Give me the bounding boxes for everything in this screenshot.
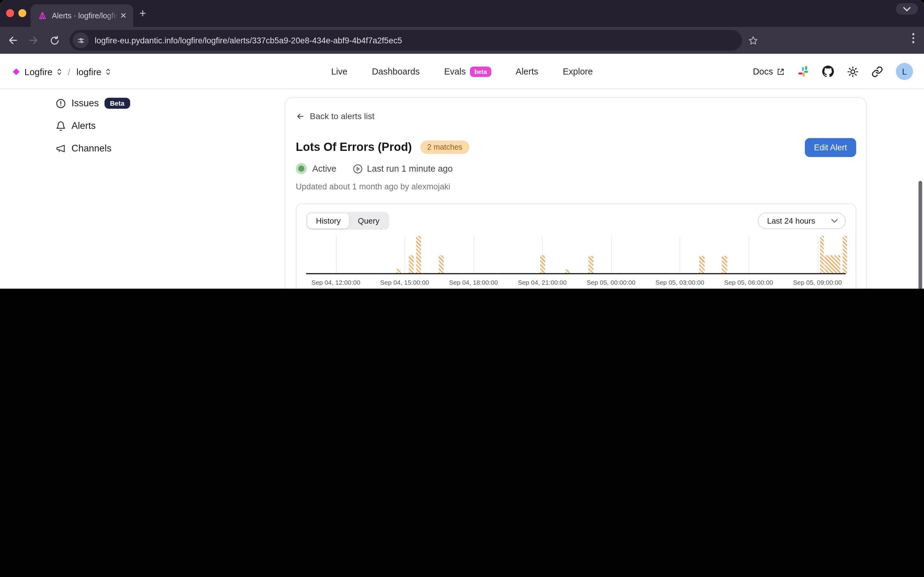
chart-tick-label: Sep 04, 18:00:00 — [449, 279, 498, 286]
breadcrumb-separator: / — [68, 66, 70, 77]
docs-label: Docs — [753, 66, 773, 76]
site-settings-icon[interactable] — [73, 32, 89, 48]
sidebar-item-channels[interactable]: Channels — [56, 140, 239, 156]
tab-search-button[interactable] — [896, 3, 918, 15]
chart-tick-label: Sep 04, 15:00:00 — [380, 279, 429, 286]
browser-reload-button[interactable] — [47, 32, 62, 48]
chart-gridline — [336, 236, 336, 273]
chart-tick-label: Sep 04, 21:00:00 — [518, 279, 567, 286]
alert-status-row: Active Last run 1 minute ago — [296, 163, 856, 175]
range-select-value: Last 24 hours — [767, 216, 815, 226]
browser-menu-icon[interactable] — [912, 33, 914, 43]
app-header: Logfire / logfire LiveDashboardsEvalsbet… — [0, 54, 924, 89]
chart-bar[interactable] — [589, 256, 593, 273]
external-link-icon — [777, 68, 785, 76]
alert-title-row: Lots Of Errors (Prod) 2 matches Edit Ale… — [296, 138, 856, 156]
sidebar-item-label: Issues — [71, 98, 99, 109]
active-status-icon — [296, 163, 307, 174]
nav-item-label: Dashboards — [372, 66, 419, 76]
chart-tick-label: Sep 05, 03:00:00 — [655, 279, 704, 286]
tab-query[interactable]: Query — [349, 213, 388, 229]
sidebar-item-label: Channels — [71, 143, 111, 154]
chart-bar[interactable] — [565, 269, 569, 273]
history-chart-card: HistoryQuery Last 24 hours Sep 04, 12:00… — [296, 203, 856, 288]
tab-close-icon[interactable]: ✕ — [119, 11, 128, 21]
chart-bar[interactable] — [540, 255, 545, 273]
chart-gridline — [611, 236, 612, 273]
bookmark-star-icon[interactable] — [748, 35, 758, 45]
chart-bar[interactable] — [842, 236, 847, 273]
chart-tick-label: Sep 05, 09:00:00 — [793, 279, 842, 286]
nav-item-evals[interactable]: Evalsbeta — [444, 66, 491, 77]
chart-bar[interactable] — [699, 256, 705, 273]
header-actions: Docs L — [753, 54, 913, 89]
nav-item-label: Live — [331, 66, 347, 76]
project-switcher[interactable]: logfire — [76, 66, 102, 77]
sidebar-item-alerts[interactable]: Alerts — [56, 118, 239, 134]
last-run: Last run 1 minute ago — [352, 163, 453, 174]
org-switcher[interactable]: Logfire — [24, 66, 53, 77]
screen: Alerts · logfire/logfire · Pydan ✕ + log… — [0, 0, 924, 288]
status-label: Active — [312, 164, 336, 174]
link-icon[interactable] — [871, 66, 883, 77]
slack-icon[interactable] — [798, 66, 809, 77]
chart-x-axis-labels: Sep 04, 12:00:00Sep 04, 15:00:00Sep 04, … — [306, 274, 846, 288]
sidebar-item-issues[interactable]: IssuesBeta — [56, 95, 239, 111]
chart-gridline — [680, 236, 681, 273]
close-window-button[interactable] — [6, 9, 14, 17]
edit-alert-button[interactable]: Edit Alert — [805, 138, 856, 157]
beta-pill: Beta — [105, 98, 130, 109]
nav-item-label: Explore — [563, 66, 593, 76]
arrow-left-icon — [296, 111, 305, 121]
selector-chevrons-icon[interactable] — [57, 68, 62, 76]
browser-tabstrip: Alerts · logfire/logfire · Pydan ✕ + — [0, 0, 924, 27]
chart-gridline — [748, 236, 749, 273]
nav-item-live[interactable]: Live — [331, 66, 347, 76]
sidebar: IssuesBetaAlertsChannels — [56, 95, 239, 163]
nav-item-explore[interactable]: Explore — [563, 66, 593, 76]
bell-icon — [56, 121, 66, 131]
browser-window: Alerts · logfire/logfire · Pydan ✕ + log… — [0, 0, 924, 288]
avatar[interactable]: L — [896, 63, 913, 80]
play-circle-icon — [352, 163, 363, 174]
github-icon[interactable] — [822, 65, 834, 77]
nav-item-label: Evals — [444, 66, 466, 76]
browser-forward-button[interactable] — [26, 32, 42, 48]
matches-bar-chart[interactable] — [306, 236, 846, 274]
url-text[interactable]: logfire-eu.pydantic.info/logfire/logfire… — [95, 36, 402, 45]
chart-bar[interactable] — [409, 255, 414, 273]
page-scrollbar[interactable] — [919, 181, 922, 288]
chart-tick-label: Sep 05, 06:00:00 — [724, 279, 773, 286]
minimize-window-button[interactable] — [18, 9, 26, 17]
chart-tick-label: Sep 04, 12:00:00 — [311, 279, 360, 286]
chart-gridline — [405, 236, 405, 273]
logfire-favicon-icon — [38, 11, 47, 20]
issue-alert-icon — [56, 98, 66, 108]
nav-item-dashboards[interactable]: Dashboards — [372, 66, 419, 76]
time-range-select[interactable]: Last 24 hours — [758, 213, 846, 229]
chart-bar[interactable] — [439, 255, 443, 273]
nav-item-alerts[interactable]: Alerts — [516, 66, 539, 76]
url-bar[interactable]: logfire-eu.pydantic.info/logfire/logfire… — [70, 30, 742, 51]
docs-link[interactable]: Docs — [753, 66, 785, 76]
browser-tab[interactable]: Alerts · logfire/logfire · Pydan ✕ — [31, 4, 133, 27]
tab-title: Alerts · logfire/logfire · Pydan — [52, 11, 119, 20]
chart-bar[interactable] — [397, 269, 401, 273]
main-nav: LiveDashboardsEvalsbetaAlertsExplore — [331, 54, 593, 89]
chart-bar[interactable] — [824, 255, 840, 273]
browser-back-button[interactable] — [5, 32, 21, 48]
chart-gridline — [473, 236, 474, 273]
megaphone-icon — [56, 143, 66, 154]
logfire-logo-icon — [12, 68, 20, 76]
chart-bar[interactable] — [821, 236, 824, 273]
back-to-alerts-link[interactable]: Back to alerts list — [296, 111, 856, 121]
new-tab-button[interactable]: + — [139, 7, 146, 19]
sun-icon[interactable] — [847, 66, 859, 77]
chart-bar[interactable] — [416, 236, 421, 273]
chart-bar[interactable] — [722, 256, 727, 273]
beta-badge: beta — [470, 66, 491, 77]
chevron-down-icon — [831, 219, 838, 223]
selector-chevrons-icon[interactable] — [106, 68, 111, 76]
breadcrumb: Logfire / logfire — [12, 54, 111, 89]
tab-history[interactable]: History — [307, 213, 349, 229]
